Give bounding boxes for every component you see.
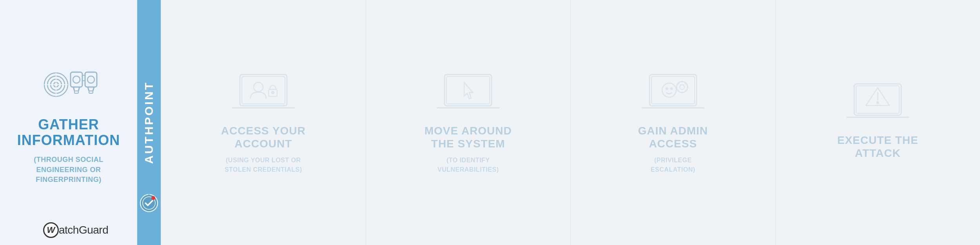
svg-point-38 bbox=[680, 85, 684, 89]
svg-rect-28 bbox=[446, 76, 490, 104]
svg-marker-30 bbox=[464, 82, 473, 99]
execute-icon bbox=[844, 80, 911, 125]
authpoint-bar: AUTHPOINT bbox=[137, 0, 161, 245]
panel-admin: GAIN ADMINACCESS (PRIVILEGEESCALATION) bbox=[570, 0, 775, 245]
access-title: ACCESS YOURACCOUNT bbox=[221, 125, 306, 150]
svg-rect-16 bbox=[89, 91, 93, 93]
svg-point-20 bbox=[151, 196, 155, 200]
svg-point-35 bbox=[666, 88, 668, 90]
svg-point-36 bbox=[670, 88, 672, 90]
svg-line-46 bbox=[685, 83, 686, 84]
wg-initial: W bbox=[43, 222, 59, 238]
panel-gather: GATHER INFORMATION (THROUGH SOCIALENGINE… bbox=[0, 0, 137, 245]
panel-access: ACCESS YOURACCOUNT (USING YOUR LOST ORST… bbox=[161, 0, 366, 245]
svg-rect-21 bbox=[240, 74, 287, 106]
svg-point-34 bbox=[662, 83, 676, 97]
svg-rect-7 bbox=[85, 72, 97, 87]
svg-line-43 bbox=[678, 83, 679, 84]
svg-rect-31 bbox=[650, 74, 697, 106]
main-container: GATHER INFORMATION (THROUGH SOCIALENGINE… bbox=[0, 0, 980, 245]
wg-name: atchGuard bbox=[59, 224, 108, 236]
svg-line-44 bbox=[685, 90, 686, 91]
execute-title: EXECUTE THEATTACK bbox=[837, 134, 918, 159]
move-icon bbox=[435, 71, 501, 115]
svg-line-45 bbox=[678, 90, 679, 91]
svg-point-52 bbox=[877, 102, 879, 104]
panel-execute: EXECUTE THEATTACK bbox=[775, 0, 980, 245]
steps-container: ACCESS YOURACCOUNT (USING YOUR LOST ORST… bbox=[161, 0, 980, 245]
admin-title: GAIN ADMINACCESS bbox=[638, 125, 708, 150]
access-icon bbox=[230, 71, 297, 115]
gather-icon-area bbox=[37, 64, 100, 109]
svg-point-8 bbox=[73, 76, 80, 83]
move-subtitle: (TO IDENTIFYVULNERABILITIES) bbox=[437, 156, 499, 174]
svg-rect-15 bbox=[74, 91, 78, 93]
watchguard-logo: W atchGuard bbox=[43, 222, 108, 238]
admin-subtitle: (PRIVILEGEESCALATION) bbox=[651, 156, 695, 174]
svg-rect-6 bbox=[71, 72, 82, 87]
panel-move: MOVE AROUNDTHE SYSTEM (TO IDENTIFYVULNER… bbox=[366, 0, 571, 245]
watchguard-logo-area: W atchGuard bbox=[43, 222, 108, 238]
svg-rect-32 bbox=[652, 76, 695, 104]
access-subtitle: (USING YOUR LOST ORSTOLEN CREDENTIALS) bbox=[225, 156, 302, 174]
svg-point-26 bbox=[272, 91, 274, 94]
svg-rect-27 bbox=[445, 74, 492, 106]
gather-icon bbox=[37, 64, 100, 107]
svg-point-24 bbox=[254, 82, 263, 92]
move-title: MOVE AROUNDTHE SYSTEM bbox=[425, 125, 512, 150]
authpoint-label: AUTHPOINT bbox=[142, 81, 156, 164]
svg-point-9 bbox=[87, 76, 94, 83]
svg-rect-22 bbox=[242, 76, 285, 104]
gather-subtitle: (THROUGH SOCIALENGINEERING ORFINGERPRINT… bbox=[34, 155, 103, 185]
authpoint-seal-icon bbox=[138, 192, 160, 214]
admin-icon bbox=[640, 71, 706, 115]
authpoint-badge bbox=[138, 192, 160, 214]
gather-title: GATHER INFORMATION bbox=[12, 117, 125, 148]
